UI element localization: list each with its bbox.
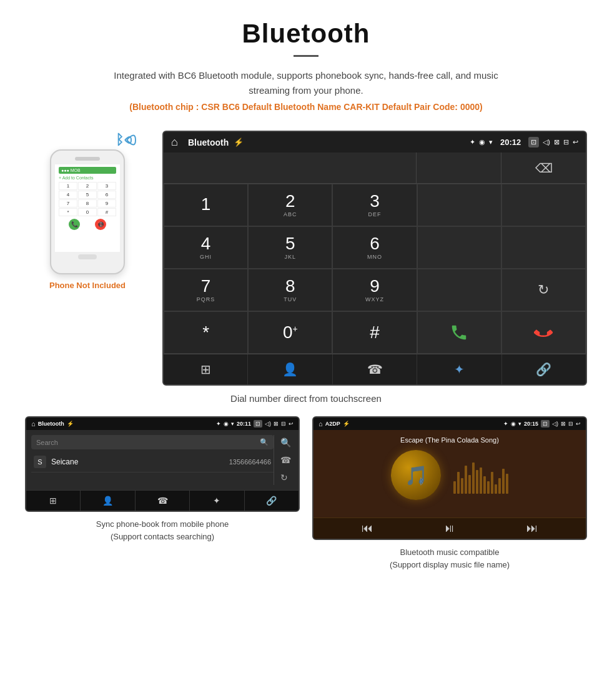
music-vol: ◁) — [552, 421, 558, 427]
pb-status-right: ✦ ◉ ▾ 20:11 ⊡ ◁) ⊠ ⊟ ↩ — [216, 420, 294, 428]
call-red-button[interactable] — [501, 311, 586, 354]
phonebook-screen: ⌂ Bluetooth ⚡ ✦ ◉ ▾ 20:11 ⊡ ◁) ⊠ ⊟ ↩ — [25, 416, 300, 512]
main-screen-mockup: ⌂ Bluetooth ⚡ ✦ ◉ ▾ 20:12 ⊡ ◁) ⊠ ⊟ ↩ ⌫ — [162, 131, 587, 386]
phone-key: # — [97, 208, 116, 216]
gps-icon: ◉ — [479, 138, 485, 146]
equalizer — [453, 456, 508, 494]
search-bar[interactable]: Search 🔍 — [31, 435, 274, 449]
key-8[interactable]: 8 TUV — [248, 269, 332, 311]
phone-dialpad: 1 2 3 4 5 6 7 8 9 * 0 # — [59, 182, 116, 216]
side-phone-icon[interactable]: ☎ — [280, 455, 291, 465]
phonebook-main: Search 🔍 S Seicane 13566664466 🔍 ☎ ↻ — [26, 430, 299, 490]
empty-3 — [501, 184, 586, 226]
key-4[interactable]: 4 GHI — [164, 226, 248, 269]
nav-phone[interactable]: ☎ — [333, 354, 417, 384]
page-header: Bluetooth Integrated with BC6 Bluetooth … — [0, 0, 612, 124]
wifi-icon: ▾ — [489, 138, 493, 146]
redial-cell[interactable]: ↻ — [501, 269, 586, 311]
camera-icon[interactable]: ⊡ — [528, 137, 539, 148]
pb-nav-contacts[interactable]: 👤 — [81, 491, 135, 511]
contact-letter: S — [34, 456, 46, 468]
key-0[interactable]: 0+ — [248, 311, 332, 354]
main-caption: Dial number direct from touchscreen — [0, 386, 612, 416]
key-star[interactable]: * — [164, 311, 248, 354]
pb-app-name: Bluetooth — [38, 421, 64, 427]
specs-line: (Bluetooth chip : CSR BC6 Default Blueto… — [12, 102, 600, 112]
key-5[interactable]: 5 JKL — [248, 226, 332, 269]
bottom-nav: ⊞ 👤 ☎ ✦ 🔗 — [164, 354, 586, 384]
usb-icon: ⚡ — [234, 138, 244, 147]
eq-bar — [457, 472, 460, 494]
pb-nav-bt[interactable]: ✦ — [190, 491, 244, 511]
phone-key: * — [59, 208, 77, 216]
eq-bar — [506, 474, 508, 494]
next-button[interactable]: ⏭ — [526, 522, 538, 535]
pb-close: ⊠ — [274, 421, 279, 427]
album-art: 🎵 ᛒ — [391, 450, 441, 500]
status-left: ⌂ Bluetooth ⚡ — [171, 136, 244, 149]
prev-button[interactable]: ⏮ — [362, 522, 373, 535]
main-section: ᛒ ●●● MOB + Add to Contacts 1 2 3 4 5 6 … — [0, 124, 612, 386]
key-2[interactable]: 2 ABC — [248, 184, 332, 226]
phone-call-green: 📞 — [69, 219, 80, 230]
phone-side: ᛒ ●●● MOB + Add to Contacts 1 2 3 4 5 6 … — [25, 131, 150, 290]
key-7[interactable]: 7 PQRS — [164, 269, 248, 311]
phone-key: 0 — [78, 208, 97, 216]
phone-key: 5 — [78, 191, 97, 199]
side-redial-icon[interactable]: ↻ — [280, 472, 291, 482]
eq-bar — [472, 462, 475, 494]
pb-status-left: ⌂ Bluetooth ⚡ — [31, 420, 74, 428]
fullscreen-icon[interactable]: ⊟ — [563, 138, 569, 146]
eq-bar — [480, 468, 482, 494]
search-placeholder: Search — [36, 439, 58, 446]
music-back: ↩ — [576, 421, 581, 427]
pb-back: ↩ — [289, 421, 294, 427]
side-search-icon[interactable]: 🔍 — [280, 438, 291, 448]
phone-body: ●●● MOB + Add to Contacts 1 2 3 4 5 6 7 … — [50, 149, 125, 274]
contact-number: 13566664466 — [229, 458, 271, 466]
nav-contacts[interactable]: 👤 — [248, 354, 332, 384]
phone-screen: ●●● MOB + Add to Contacts 1 2 3 4 5 6 7 … — [55, 164, 120, 252]
call-green-button[interactable] — [417, 311, 501, 354]
call-red-icon — [534, 323, 553, 342]
music-caption-line2: (Support display music file name) — [390, 560, 510, 569]
display-input-area — [164, 152, 417, 184]
music-panel: ⌂ A2DP ⚡ ✦ ◉ ▾ 20:15 ⊡ ◁) ⊠ ⊟ ↩ Es — [312, 416, 587, 571]
pb-nav-link[interactable]: 🔗 — [245, 491, 299, 511]
play-pause-button[interactable]: ⏯ — [444, 522, 455, 535]
back-icon[interactable]: ↩ — [573, 138, 578, 146]
pb-bottom-nav: ⊞ 👤 ☎ ✦ 🔗 — [26, 490, 299, 511]
pb-bt-icon: ✦ — [216, 421, 221, 427]
contact-row[interactable]: S Seicane 13566664466 — [31, 452, 274, 472]
eq-bar — [502, 469, 505, 494]
key-6[interactable]: 6 MNO — [332, 226, 417, 269]
music-controls: ⏮ ⏯ ⏭ — [313, 518, 586, 539]
close-icon[interactable]: ⊠ — [554, 138, 560, 146]
key-hash[interactable]: # — [332, 311, 417, 354]
eq-bar — [498, 478, 501, 494]
pb-nav-dialpad[interactable]: ⊞ — [26, 491, 81, 511]
pb-caption-line2: (Support contacts searching) — [111, 532, 214, 541]
bt-icon: ✦ — [470, 138, 475, 146]
empty-6 — [417, 269, 501, 311]
nav-dialpad[interactable]: ⊞ — [164, 354, 248, 384]
key-1[interactable]: 1 — [164, 184, 248, 226]
nav-link[interactable]: 🔗 — [502, 354, 586, 384]
svg-text:ᛒ: ᛒ — [116, 132, 124, 148]
volume-icon[interactable]: ◁) — [543, 138, 550, 146]
phonebook-panel: ⌂ Bluetooth ⚡ ✦ ◉ ▾ 20:11 ⊡ ◁) ⊠ ⊟ ↩ — [25, 416, 300, 571]
bottom-panels: ⌂ Bluetooth ⚡ ✦ ◉ ▾ 20:11 ⊡ ◁) ⊠ ⊟ ↩ — [0, 416, 612, 583]
nav-bluetooth[interactable]: ✦ — [417, 354, 501, 384]
pb-nav-phone[interactable]: ☎ — [136, 491, 190, 511]
home-icon[interactable]: ⌂ — [171, 136, 178, 149]
contact-name: Seicane — [51, 458, 229, 466]
key-3[interactable]: 3 DEF — [332, 184, 417, 226]
music-close: ⊠ — [561, 421, 566, 427]
backspace-button[interactable]: ⌫ — [501, 152, 586, 184]
key-9[interactable]: 9 WXYZ — [332, 269, 417, 311]
pb-cam: ⊡ — [254, 420, 262, 428]
music-caption-line1: Bluetooth music compatible — [400, 548, 500, 557]
music-status-left: ⌂ A2DP ⚡ — [318, 420, 350, 428]
phone-key: 9 — [97, 199, 116, 208]
pb-wifi: ▾ — [231, 421, 234, 427]
